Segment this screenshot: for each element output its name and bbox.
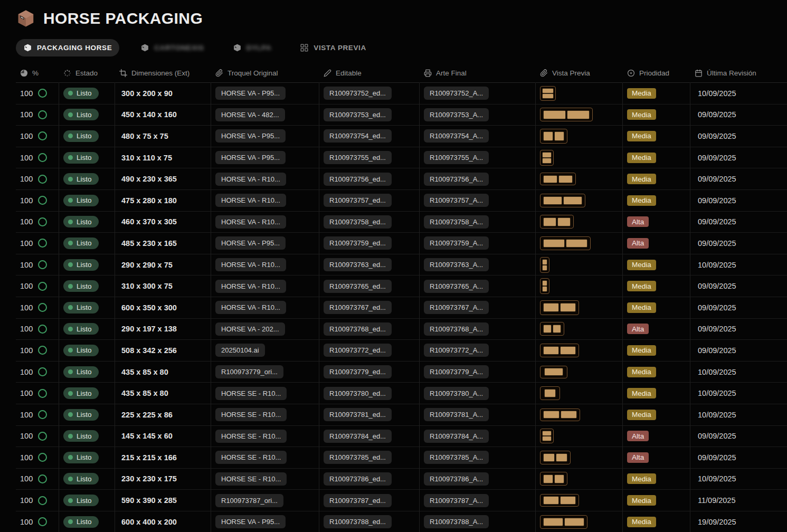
cell-ultima-revision[interactable]: 10/09/2025 [690,83,787,104]
cell-percent[interactable]: 100 [16,147,59,169]
status-badge[interactable]: Listo [63,280,99,292]
cell-percent[interactable]: 100 [16,254,59,276]
cell-estado[interactable]: Listo [59,383,115,404]
priority-badge[interactable]: Media [627,345,656,356]
cell-percent[interactable]: 100 [16,83,59,104]
cell-ultima-revision[interactable]: 10/09/2025 [690,362,787,383]
cell-dimensiones[interactable]: 225 x 225 x 86 [115,404,211,426]
cell-estado[interactable]: Listo [59,83,115,104]
file-chip-editable[interactable]: R100973753_ed... [324,108,392,121]
cell-dimensiones[interactable]: 480 x 75 x 75 [115,126,211,147]
file-chip-troquel[interactable]: HORSE SE - R10... [215,472,287,486]
file-chip-arte-final[interactable]: R100973779_A... [424,365,489,378]
column-header-percent[interactable]: % [16,63,59,83]
file-chip-editable[interactable]: R100973786_ed... [324,472,392,486]
status-badge[interactable]: Listo [63,109,99,120]
cell-percent[interactable]: 100 [16,404,59,426]
cell-dimensiones[interactable]: 600 x 400 x 200 [115,511,211,532]
cell-estado[interactable]: Listo [59,233,115,254]
file-chip-troquel[interactable]: R100973779_ori... [215,365,283,378]
priority-badge[interactable]: Media [627,473,656,484]
cell-estado[interactable]: Listo [59,126,115,147]
cell-ultima-revision[interactable]: 09/09/2025 [690,447,787,469]
cell-percent[interactable]: 100 [16,126,59,147]
file-chip-editable[interactable]: R100973788_ed... [324,515,392,528]
file-chip-arte-final[interactable]: R100973759_A... [424,236,489,250]
file-chip-arte-final[interactable]: R100973755_A... [424,151,489,164]
tab-packaging-horse[interactable]: PACKAGING HORSE [16,39,119,56]
cell-percent[interactable]: 100 [16,212,59,233]
file-chip-arte-final[interactable]: R100973763_A... [424,258,489,271]
file-chip-editable[interactable]: R100973755_ed... [324,151,392,164]
cell-estado[interactable]: Listo [59,319,115,340]
tab-dylpa[interactable]: DYLPA [225,39,279,56]
priority-badge[interactable]: Alta [627,238,649,249]
cell-dimensiones[interactable]: 600 x 350 x 300 [115,297,211,319]
cell-estado[interactable]: Listo [59,469,115,490]
file-chip-troquel[interactable]: HORSE VA - P95... [215,129,286,142]
priority-badge[interactable]: Media [627,260,656,270]
cell-estado[interactable]: Listo [59,276,115,297]
file-chip-troquel[interactable]: HORSE SE - R10... [215,430,287,443]
file-chip-troquel[interactable]: HORSE VA - R10... [215,258,286,271]
status-badge[interactable]: Listo [63,152,99,164]
status-badge[interactable]: Listo [63,409,99,421]
file-chip-editable[interactable]: R100973765_ed... [324,280,392,293]
cell-percent[interactable]: 100 [16,447,59,469]
file-chip-arte-final[interactable]: R100973772_A... [424,344,489,357]
file-chip-editable[interactable]: R100973768_ed... [324,322,392,336]
file-chip-arte-final[interactable]: R100973787_A... [424,494,489,507]
cell-estado[interactable]: Listo [59,511,115,532]
column-header-editable[interactable]: Editable [319,63,420,83]
status-badge[interactable]: Listo [63,173,99,185]
preview-thumbnail[interactable] [540,257,549,273]
priority-badge[interactable]: Media [627,109,656,120]
file-chip-arte-final[interactable]: R100973757_A... [424,194,489,207]
file-chip-editable[interactable]: R100973780_ed... [324,387,392,400]
priority-badge[interactable]: Media [627,174,656,184]
file-chip-editable[interactable]: R100973784_ed... [324,430,392,443]
file-chip-arte-final[interactable]: R100973752_A... [424,87,489,100]
status-badge[interactable]: Listo [63,495,99,506]
cell-dimensiones[interactable]: 490 x 230 x 365 [115,168,211,190]
file-chip-arte-final[interactable]: R100973756_A... [424,173,489,186]
file-chip-arte-final[interactable]: R100973786_A... [424,472,489,486]
column-header-revision[interactable]: Última Revisión [690,63,787,83]
cell-percent[interactable]: 100 [16,297,59,319]
cell-percent[interactable]: 100 [16,362,59,383]
file-chip-arte-final[interactable]: R100973765_A... [424,280,489,293]
file-chip-editable[interactable]: R100973754_ed... [324,129,392,142]
column-header-arte[interactable]: Arte Final [420,63,536,83]
file-chip-troquel[interactable]: HORSE VA - R10... [215,280,286,293]
file-chip-troquel[interactable]: HORSE SE - R10... [215,408,287,421]
cell-estado[interactable]: Listo [59,404,115,426]
cell-estado[interactable]: Listo [59,340,115,362]
file-chip-editable[interactable]: R100973757_ed... [324,194,392,207]
cell-dimensiones[interactable]: 215 x 215 x 166 [115,447,211,469]
cell-dimensiones[interactable]: 590 x 390 x 285 [115,490,211,511]
priority-badge[interactable]: Media [627,153,656,163]
file-chip-editable[interactable]: R100973781_ed... [324,408,392,421]
cell-dimensiones[interactable]: 485 x 230 x 165 [115,233,211,254]
preview-thumbnail[interactable] [540,494,579,507]
preview-thumbnail[interactable] [540,386,560,400]
status-badge[interactable]: Listo [63,430,99,442]
cell-dimensiones[interactable]: 145 x 145 x 60 [115,426,211,448]
cell-ultima-revision[interactable]: 10/09/2025 [690,383,787,404]
cell-ultima-revision[interactable]: 09/09/2025 [690,212,787,233]
status-badge[interactable]: Listo [63,130,99,142]
cell-percent[interactable]: 100 [16,426,59,448]
priority-badge[interactable]: Alta [627,216,649,227]
cell-ultima-revision[interactable]: 09/09/2025 [690,297,787,319]
cell-ultima-revision[interactable]: 19/09/2025 [690,511,787,532]
file-chip-editable[interactable]: R100973752_ed... [324,87,392,100]
cell-estado[interactable]: Listo [59,168,115,190]
file-chip-troquel[interactable]: HORSE VA - R10... [215,173,286,186]
cell-percent[interactable]: 100 [16,511,59,532]
preview-thumbnail[interactable] [540,194,585,207]
cell-ultima-revision[interactable]: 09/09/2025 [690,104,787,126]
preview-thumbnail[interactable] [540,108,593,121]
status-badge[interactable]: Listo [63,387,99,399]
column-header-troquel[interactable]: Troquel Original [211,63,319,83]
file-chip-troquel[interactable]: R100973787_ori... [215,494,283,507]
